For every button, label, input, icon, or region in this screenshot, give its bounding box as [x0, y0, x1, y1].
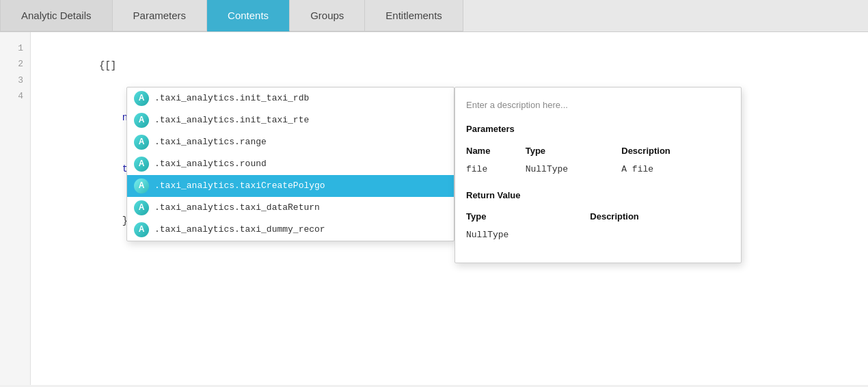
line-number-2: 2	[7, 56, 23, 72]
autocomplete-item-5[interactable]: A .taxi_analytics.taxiCreatePolygo	[127, 175, 454, 197]
tab-bar: Analytic Details Parameters Contents Gro…	[0, 0, 868, 32]
autocomplete-icon-5: A	[134, 178, 149, 194]
tab-groups[interactable]: Groups	[290, 0, 365, 31]
code-line-1: {[]	[42, 40, 857, 92]
line-number-4: 4	[7, 88, 23, 104]
autocomplete-item-6[interactable]: A .taxi_analytics.taxi_dataReturn	[127, 197, 454, 219]
code-indent-2	[99, 112, 122, 123]
autocomplete-text-6: .taxi_analytics.taxi_dataReturn	[154, 201, 320, 215]
editor-area[interactable]: 1 2 3 4 {[] nyc: .taxi taxi_ ugh like "	[0, 32, 868, 385]
desc-param-description: A file	[621, 160, 730, 178]
autocomplete-icon-6: A	[134, 200, 149, 215]
desc-return-th-type: Type	[466, 207, 590, 226]
autocomplete-dropdown[interactable]: A .taxi_analytics.init_taxi_rdb A .taxi_…	[126, 87, 455, 241]
autocomplete-item-7[interactable]: A .taxi_analytics.taxi_dummy_recor	[127, 219, 454, 241]
line-number-1: 1	[7, 40, 23, 56]
desc-return-table: Type Description NullType	[466, 207, 730, 245]
autocomplete-text-5: .taxi_analytics.taxiCreatePolygo	[154, 179, 325, 194]
desc-th-description: Description	[621, 142, 730, 160]
autocomplete-item-2[interactable]: A .taxi_analytics.init_taxi_rte	[127, 109, 454, 131]
desc-return-description	[590, 226, 730, 244]
autocomplete-item-3[interactable]: A .taxi_analytics.range	[127, 131, 454, 153]
code-indent-3	[99, 163, 122, 174]
autocomplete-text-3: .taxi_analytics.range	[154, 135, 267, 150]
tab-analytic-details[interactable]: Analytic Details	[0, 0, 113, 31]
description-panel: Enter a description here... Parameters N…	[455, 87, 742, 263]
main-content: 1 2 3 4 {[] nyc: .taxi taxi_ ugh like "	[0, 32, 868, 385]
code-lines: 1 2 3 4 {[] nyc: .taxi taxi_ ugh like "	[0, 32, 868, 385]
desc-return-title: Return Value	[466, 187, 730, 203]
line-numbers: 1 2 3 4	[0, 32, 31, 385]
desc-param-type: NullType	[526, 160, 622, 178]
autocomplete-icon-4: A	[134, 157, 149, 172]
autocomplete-text-1: .taxi_analytics.init_taxi_rdb	[154, 92, 309, 106]
desc-return-type: NullType	[466, 226, 590, 244]
tab-parameters[interactable]: Parameters	[113, 0, 208, 31]
desc-placeholder: Enter a description here...	[466, 97, 730, 113]
code-content[interactable]: {[] nyc: .taxi taxi_ ugh like "Manhattan…	[31, 32, 868, 385]
tab-contents[interactable]: Contents	[207, 0, 290, 31]
autocomplete-item-1[interactable]: A .taxi_analytics.init_taxi_rdb	[127, 88, 454, 109]
desc-return-th-description: Description	[590, 207, 730, 226]
desc-params-title: Parameters	[466, 121, 730, 137]
autocomplete-icon-3: A	[134, 135, 149, 150]
desc-th-name: Name	[466, 142, 526, 160]
autocomplete-icon-2: A	[134, 113, 149, 128]
desc-return-row: NullType	[466, 226, 730, 244]
autocomplete-text-7: .taxi_analytics.taxi_dummy_recor	[154, 223, 325, 237]
desc-th-type: Type	[526, 142, 622, 160]
line-number-3: 3	[7, 72, 23, 88]
desc-params-table: Name Type Description file NullType A fi…	[466, 142, 730, 179]
desc-param-name: file	[466, 160, 526, 178]
autocomplete-item-4[interactable]: A .taxi_analytics.round	[127, 153, 454, 175]
autocomplete-icon-1: A	[134, 91, 149, 106]
code-brace-open: {[]	[99, 60, 116, 71]
code-indent-4	[99, 215, 122, 226]
autocomplete-text-4: .taxi_analytics.round	[154, 157, 267, 172]
autocomplete-text-2: .taxi_analytics.init_taxi_rte	[154, 114, 309, 128]
autocomplete-icon-7: A	[134, 222, 149, 237]
desc-params-row: file NullType A file	[466, 160, 730, 178]
tab-entitlements[interactable]: Entitlements	[365, 0, 463, 31]
